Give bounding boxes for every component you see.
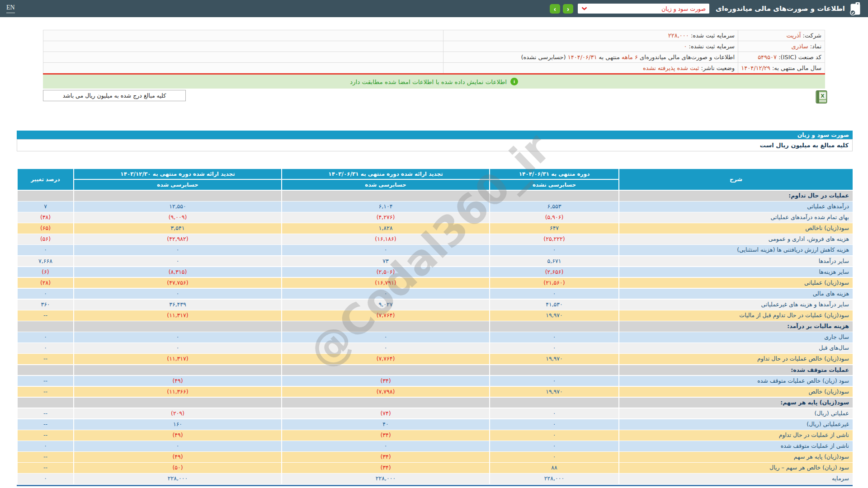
prev-statement-button[interactable]: ‹ (563, 4, 573, 14)
excel-export-icon[interactable]: X (815, 90, 828, 104)
row-value: -- (18, 376, 73, 386)
svg-text:X: X (821, 93, 825, 99)
fiscal-year-field: سال مالی منتهی به: ۱۴۰۴/۱۲/۲۹ (738, 63, 825, 74)
dropdown-selected-value: صورت سود و زیان (661, 5, 706, 12)
row-label: سال جاری (619, 332, 853, 343)
row-value: (۴۹) (74, 452, 281, 462)
row-value: ۱۹,۹۷۰ (490, 354, 618, 364)
row-value: -- (18, 387, 73, 397)
row-value: -- (18, 430, 73, 441)
row-value (282, 365, 489, 375)
row-value: ۰ (490, 376, 618, 386)
col-subheader-period3: حسابرسی شده (74, 180, 281, 190)
table-row: درآمدهای عملیاتی۶,۵۵۳۶,۱۰۴۱۲,۵۵۰۷ (17, 202, 853, 212)
col-header-description: شرح (619, 169, 853, 190)
row-value: -- (18, 408, 73, 419)
table-row: سال‌های قبل۰۰۰۰ (17, 343, 853, 353)
row-value: (۷,۷۶۴) (282, 354, 489, 364)
row-value: ۹,۰۲۷ (282, 300, 489, 310)
row-label: عملیات متوقف شده: (619, 365, 853, 375)
row-label: سایر درآمدها و هزینه های غیرعملیاتی (619, 300, 853, 310)
row-value: ۴۰ (282, 419, 489, 430)
row-label: عملیات در حال تداوم: (619, 191, 853, 201)
row-value: ۵,۶۷۱ (490, 256, 618, 267)
row-value: (۶) (18, 267, 73, 277)
row-value: (۱۱,۳۶۶) (74, 387, 281, 397)
info-spacer (43, 52, 443, 62)
row-label: سود(زیان) عملیات در حال تداوم قبل از مال… (619, 310, 853, 321)
isic-field: کد صنعت (ISIC): ۵۴۹۵۰۷ (738, 52, 825, 62)
info-spacer (43, 30, 443, 41)
section-row: هزینه مالیات بر درآمد: (17, 321, 853, 332)
row-value: ۰ (490, 245, 618, 255)
signed-info-text: اطلاعات نمایش داده شده با اطلاعات امضا ش… (350, 78, 507, 85)
row-value: ۰ (282, 441, 489, 451)
row-value: ۲۲۸,۰۰۰ (282, 474, 489, 484)
row-value: ۰ (282, 332, 489, 343)
row-value: ۱۹,۹۷۰ (490, 310, 618, 321)
table-row: سود(زیان) عملیاتی(۲۱,۵۶۰)(۱۶,۷۹۱)(۴۷,۷۵۶… (17, 278, 853, 288)
info-icon: i (510, 78, 518, 85)
row-value: ۰ (282, 245, 489, 255)
row-value (74, 321, 281, 332)
row-label: سود (زیان) خالص هر سهم – ریال (619, 463, 853, 473)
row-label: بهای تمام شده درآمدهای عملیاتی (619, 212, 853, 223)
row-value: ۰ (490, 289, 618, 299)
row-value: ۷ (18, 202, 73, 212)
company-label: شرکت: (803, 32, 821, 39)
period-suffix: (حسابرسی نشده) (521, 54, 566, 61)
isic-label: کد صنعت (ISIC): (778, 54, 821, 61)
row-value: ۱۶۰ (74, 419, 281, 430)
row-value: ۰ (490, 343, 618, 353)
row-value: ۷۳ (282, 256, 489, 267)
info-row: شرکت: آذریت سرمایه ثبت شده: ۲۲۸,۰۰۰ (43, 30, 825, 41)
row-value: ۳,۵۴۱ (74, 223, 281, 234)
row-value: -- (18, 463, 73, 473)
row-value: ۰ (490, 408, 618, 419)
col-header-period1: دوره منتهی به ۱۴۰۴/۰۶/۳۱ (490, 169, 618, 179)
table-row: هزینه های مالی۰۰۰۰ (17, 289, 853, 299)
row-value (74, 365, 281, 375)
publisher-status-label: وضعیت ناشر: (701, 65, 735, 71)
row-value: ۰ (490, 430, 618, 441)
row-value (490, 398, 618, 408)
signed-info-banner: i اطلاعات نمایش داده شده با اطلاعات امضا… (43, 75, 825, 89)
table-row: سال جاری۰۰۰۰ (17, 332, 853, 343)
capital-registered-label: سرمایه ثبت شده: (691, 32, 735, 39)
period-months: ۶ ماهه (622, 54, 638, 61)
period-field: اطلاعات و صورت‌های مالی میاندوره‌ای ۶ ما… (443, 52, 738, 62)
row-value: (۱۶,۱۸۶) (282, 234, 489, 244)
row-value: (۳۸) (18, 212, 73, 223)
capital-unregistered-value: ۰ (684, 43, 687, 50)
row-value: (۴۹) (74, 376, 281, 386)
row-value: ۰ (18, 343, 73, 353)
info-spacer (43, 41, 443, 52)
row-value: ۰ (18, 245, 73, 255)
row-value: (۷۴) (282, 408, 489, 419)
row-value (282, 398, 489, 408)
row-value: ۰ (490, 441, 618, 451)
row-value: ۰ (18, 441, 73, 451)
row-label: سود(زیان) خالص عملیات در حال تداوم (619, 354, 853, 364)
row-value (18, 321, 73, 332)
row-value: ۶,۵۵۳ (490, 202, 618, 212)
col-header-period3: تجدید ارائه شده دوره منتهی به ۱۴۰۳/۱۲/۳۰ (74, 169, 281, 179)
row-value (490, 365, 618, 375)
row-value: (۳۴) (282, 463, 489, 473)
row-label: سود(زیان) ناخالص (619, 223, 853, 234)
row-value: (۲,۵۰۶) (282, 267, 489, 277)
row-value: ۰ (74, 245, 281, 255)
row-value: ۰ (74, 256, 281, 267)
row-value: ۰ (74, 332, 281, 343)
top-bar: اطلاعات و صورت‌های مالی میاندوره‌ای صورت… (0, 0, 868, 17)
statement-type-dropdown[interactable]: صورت سود و زیان (578, 4, 709, 14)
row-label: درآمدهای عملیاتی (619, 202, 853, 212)
row-label: سود(زیان) پایه هر سهم: (619, 398, 853, 408)
table-row: غیرعملیاتی (ریال)۰۴۰۱۶۰-- (17, 419, 853, 430)
row-value: ۰ (18, 474, 73, 484)
row-value: (۶۵) (18, 223, 73, 234)
language-toggle-en[interactable]: EN (6, 4, 15, 13)
next-statement-button[interactable]: › (550, 4, 560, 14)
company-field: شرکت: آذریت (738, 30, 825, 41)
row-value: (۳۴) (282, 452, 489, 462)
